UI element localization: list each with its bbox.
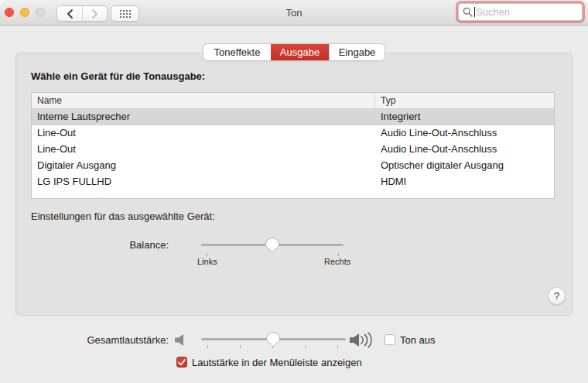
table-row-interne-lautsprecher[interactable]: Interne Lautsprecher Integriert [32, 109, 554, 125]
tab-ausgabe[interactable]: Ausgabe [271, 44, 329, 60]
mute-label: Ton aus [400, 334, 436, 346]
show-volume-in-menubar-checkbox[interactable] [176, 357, 187, 368]
tab-toneffekte[interactable]: Toneffekte [203, 44, 271, 60]
volume-tick-1 [207, 345, 208, 348]
balance-left-label: Links [197, 257, 217, 266]
column-header-typ[interactable]: Typ [375, 93, 554, 108]
balance-label: Balance: [0, 239, 169, 251]
speaker-low-icon [175, 334, 186, 346]
table-row-digitaler-ausgang[interactable]: Digitaler Ausgang Optischer digitaler Au… [32, 158, 554, 174]
back-button[interactable] [57, 6, 82, 21]
speaker-high-icon [350, 332, 375, 348]
output-device-heading: Wähle ein Gerät für die Tonausgabe: [31, 70, 205, 82]
search-input[interactable]: Suchen [458, 3, 583, 21]
zoom-button-disabled [36, 8, 45, 17]
help-button[interactable]: ? [548, 287, 566, 305]
nav-button-group [56, 5, 108, 22]
table-row-lg-ips-fullhd[interactable]: LG IPS FULLHD HDMI [32, 174, 554, 190]
search-icon [463, 7, 473, 17]
show-volume-in-menubar-label: Lautstärke in der Menüleiste anzeigen [192, 357, 362, 368]
device-table: Name Typ Interne Lautsprecher Integriert… [31, 92, 555, 199]
forward-button[interactable] [82, 6, 107, 21]
balance-right-label: Rechts [324, 257, 350, 266]
tab-bar: Toneffekte Ausgabe Eingabe [203, 43, 385, 61]
tab-eingabe[interactable]: Eingabe [329, 44, 385, 60]
show-all-button[interactable] [111, 5, 139, 22]
table-row-line-out-2[interactable]: Line-Out Audio Line-Out-Anschluss [32, 142, 554, 158]
search-placeholder: Suchen [476, 6, 510, 18]
grid-of-dots-icon [119, 9, 132, 19]
table-row-line-out-1[interactable]: Line-Out Audio Line-Out-Anschluss [32, 125, 554, 142]
master-volume-label: Gesamtlautstärke: [0, 334, 169, 346]
volume-tick-5 [337, 345, 338, 348]
checkmark-icon [178, 359, 186, 366]
mute-checkbox[interactable] [385, 334, 395, 345]
column-header-name[interactable]: Name [32, 93, 375, 108]
chevron-left-icon [67, 9, 74, 19]
settings-heading: Einstellungen für das ausgewählte Gerät: [31, 210, 215, 222]
volume-slider-thumb[interactable] [265, 332, 281, 347]
chevron-right-icon [91, 9, 98, 19]
minimize-button[interactable] [20, 8, 29, 17]
text-cursor [474, 7, 475, 17]
title-bar: Ton Suchen [0, 0, 588, 26]
balance-slider-thumb[interactable] [265, 238, 280, 253]
sound-preferences-window: Ton Suchen Toneffekte Ausgabe Eingabe Wä… [0, 0, 588, 383]
table-header: Name Typ [32, 93, 554, 109]
volume-tick-4 [305, 345, 306, 348]
balance-tick-left [207, 253, 207, 256]
close-button[interactable] [5, 8, 14, 17]
balance-tick-right [338, 253, 339, 256]
volume-tick-2 [240, 345, 241, 348]
